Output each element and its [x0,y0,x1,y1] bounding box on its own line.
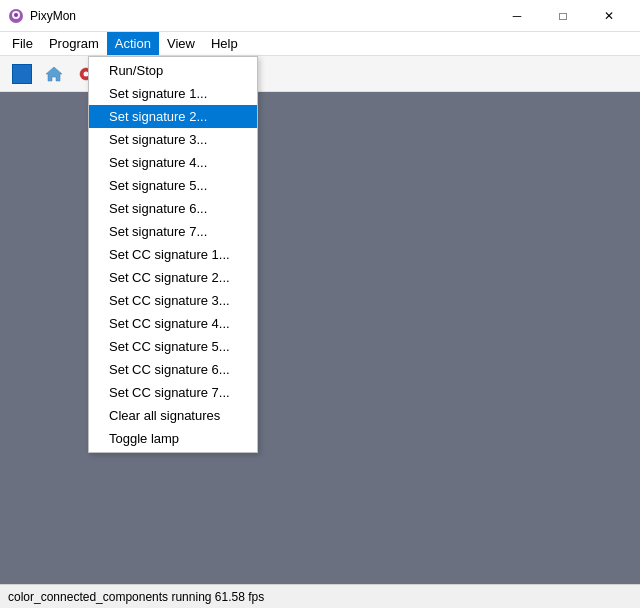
dropdown-item-set-sig-3[interactable]: Set signature 3... [89,128,257,151]
dropdown-item-toggle-lamp[interactable]: Toggle lamp [89,427,257,450]
status-bar: color_connected_components running 61.58… [0,584,640,608]
dropdown-item-set-cc-sig-4[interactable]: Set CC signature 4... [89,312,257,335]
home-button[interactable] [40,60,68,88]
dropdown-item-set-cc-sig-2[interactable]: Set CC signature 2... [89,266,257,289]
app-icon [8,8,24,24]
title-controls: ─ □ ✕ [494,0,632,32]
svg-point-2 [14,13,18,17]
dropdown-item-set-sig-4[interactable]: Set signature 4... [89,151,257,174]
menu-action[interactable]: Action [107,32,159,55]
menu-bar: File Program Action View Help Run/StopSe… [0,32,640,56]
dropdown-item-set-cc-sig-5[interactable]: Set CC signature 5... [89,335,257,358]
title-text: PixyMon [30,9,76,23]
dropdown-item-set-sig-1[interactable]: Set signature 1... [89,82,257,105]
dropdown-item-clear-sigs[interactable]: Clear all signatures [89,404,257,427]
close-button[interactable]: ✕ [586,0,632,32]
menu-file[interactable]: File [4,32,41,55]
dropdown-item-set-sig-5[interactable]: Set signature 5... [89,174,257,197]
svg-marker-3 [46,67,62,81]
title-bar-left: PixyMon [8,8,76,24]
menu-help[interactable]: Help [203,32,246,55]
dropdown-item-set-cc-sig-7[interactable]: Set CC signature 7... [89,381,257,404]
action-dropdown-menu: Run/StopSet signature 1...Set signature … [88,56,258,453]
run-icon [12,64,32,84]
dropdown-item-set-cc-sig-3[interactable]: Set CC signature 3... [89,289,257,312]
status-text: color_connected_components running 61.58… [8,590,264,604]
maximize-button[interactable]: □ [540,0,586,32]
dropdown-item-run-stop[interactable]: Run/Stop [89,59,257,82]
dropdown-item-set-sig-6[interactable]: Set signature 6... [89,197,257,220]
run-stop-button[interactable] [8,60,36,88]
title-bar: PixyMon ─ □ ✕ [0,0,640,32]
minimize-button[interactable]: ─ [494,0,540,32]
dropdown-item-set-sig-7[interactable]: Set signature 7... [89,220,257,243]
menu-view[interactable]: View [159,32,203,55]
dropdown-item-set-cc-sig-6[interactable]: Set CC signature 6... [89,358,257,381]
dropdown-item-set-cc-sig-1[interactable]: Set CC signature 1... [89,243,257,266]
dropdown-item-set-sig-2[interactable]: Set signature 2... [89,105,257,128]
menu-program[interactable]: Program [41,32,107,55]
home-icon [44,64,64,84]
